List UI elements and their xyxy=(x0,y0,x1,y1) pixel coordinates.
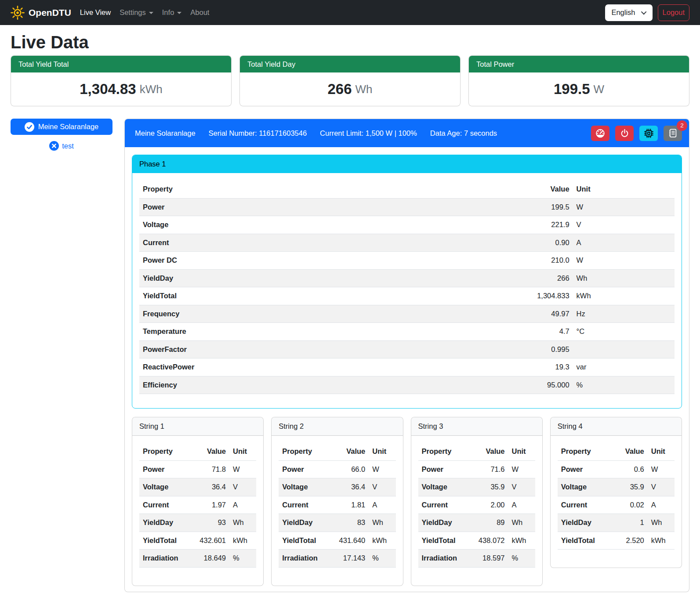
property-cell: Power xyxy=(418,460,471,478)
value-cell: 18.649 xyxy=(192,550,229,568)
unit-cell: kWh xyxy=(648,532,675,550)
property-cell: PowerFactor xyxy=(139,340,493,358)
value-cell: 1.81 xyxy=(331,496,369,514)
table-row: Frequency49.97Hz xyxy=(139,305,675,323)
nav-item-about[interactable]: About xyxy=(187,8,213,17)
card-unit: W xyxy=(594,83,605,96)
inverter-select-button[interactable]: Meine Solaranlage xyxy=(11,119,112,135)
nav-item-settings[interactable]: Settings xyxy=(116,8,157,17)
col-header-property: Property xyxy=(139,181,493,198)
page-title: Live Data xyxy=(11,32,689,53)
unit-cell: A xyxy=(648,496,675,514)
inverter-panel-header: Meine Solaranlage Serial Number: 1161716… xyxy=(125,119,689,147)
string-body: Property Value Unit Power66.0WVoltage36.… xyxy=(272,436,403,586)
value-cell: 89 xyxy=(471,514,508,532)
inverter-serial: Serial Number: 116171603546 xyxy=(209,129,307,137)
unit-cell: % xyxy=(508,550,535,568)
property-cell: YieldTotal xyxy=(279,532,331,550)
unit-cell: kWh xyxy=(369,532,395,550)
table-row: Power71.6W xyxy=(418,460,535,478)
col-header-value: Value xyxy=(331,443,369,460)
table-row: Temperature4.7°C xyxy=(139,323,675,341)
table-row: YieldTotal431.640kWh xyxy=(279,532,395,550)
unit-cell: Wh xyxy=(573,269,675,287)
check-circle-icon xyxy=(25,122,34,132)
unit-cell: W xyxy=(508,460,535,478)
table-row: Efficiency95.000% xyxy=(139,376,675,394)
col-header-unit: Unit xyxy=(648,443,675,460)
property-cell: Current xyxy=(139,496,192,514)
property-cell: Irradiation xyxy=(139,550,192,568)
table-row: Power66.0W xyxy=(279,460,395,478)
nav-item-label: Info xyxy=(162,8,174,17)
language-select[interactable]: English xyxy=(605,4,652,21)
string-table: Property Value Unit Power0.6WVoltage35.9… xyxy=(558,443,675,550)
phase-body: Property Value Unit Power199.5WVoltage22… xyxy=(132,173,682,408)
card-value-row: 266 Wh xyxy=(240,72,460,106)
property-cell: Irradiation xyxy=(279,550,331,568)
phase-card: Phase 1 Property Value Unit P xyxy=(132,155,682,409)
inverter-item-test[interactable]: test xyxy=(11,141,112,151)
col-header-property: Property xyxy=(418,443,471,460)
value-cell: 18.597 xyxy=(471,550,508,568)
limit-settings-button[interactable] xyxy=(591,126,609,141)
value-cell: 4.7 xyxy=(493,323,573,341)
property-cell: YieldDay xyxy=(139,269,493,287)
power-button[interactable] xyxy=(615,126,634,141)
table-row: PowerFactor0.995 xyxy=(139,340,675,358)
table-row: YieldTotal1,304.833kWh xyxy=(139,287,675,305)
property-cell: Power xyxy=(279,460,331,478)
property-cell: Frequency xyxy=(139,305,493,323)
inverter-actions: 2 xyxy=(591,126,682,141)
property-cell: Power xyxy=(558,460,610,478)
property-cell: Voltage xyxy=(139,216,493,234)
table-row: Current1.97A xyxy=(139,496,256,514)
logout-button[interactable]: Logout xyxy=(658,4,689,21)
nav-item-live-view[interactable]: Live View xyxy=(76,8,114,17)
property-cell: Current xyxy=(558,496,610,514)
inverter-panel: Meine Solaranlage Serial Number: 1161716… xyxy=(124,119,689,592)
unit-cell: V xyxy=(648,478,675,496)
inverter-select-label: Meine Solaranlage xyxy=(38,123,99,131)
string-table: Property Value Unit Power71.8WVoltage36.… xyxy=(139,443,256,568)
property-cell: Voltage xyxy=(139,478,192,496)
unit-cell: A xyxy=(508,496,535,514)
property-cell: YieldTotal xyxy=(418,532,471,550)
col-header-value: Value xyxy=(610,443,648,460)
value-cell: 0.6 xyxy=(610,460,648,478)
col-header-value: Value xyxy=(493,181,573,198)
value-cell: 438.072 xyxy=(471,532,508,550)
card-value-row: 199.5 W xyxy=(469,72,689,106)
table-row: YieldDay1Wh xyxy=(558,514,675,532)
unit-cell: V xyxy=(229,478,256,496)
value-cell: 35.9 xyxy=(471,478,508,496)
unit-cell: Wh xyxy=(369,514,395,532)
table-row: Power DC210.0W xyxy=(139,252,675,270)
table-row: Power199.5W xyxy=(139,198,675,216)
event-log-button[interactable]: 2 xyxy=(664,126,682,141)
brand[interactable]: OpenDTU xyxy=(11,6,71,20)
value-cell: 93 xyxy=(192,514,229,532)
chevron-down-icon xyxy=(149,12,153,14)
table-row: YieldDay93Wh xyxy=(139,514,256,532)
nav-item-info[interactable]: Info xyxy=(159,8,185,17)
gauge-icon xyxy=(595,128,605,138)
property-cell: Efficiency xyxy=(139,376,493,394)
property-cell: Current xyxy=(418,496,471,514)
string-card-1: String 1 Property Value Unit Power71.8WV… xyxy=(132,417,264,586)
unit-cell: kWh xyxy=(573,287,675,305)
power-icon xyxy=(620,129,629,138)
col-header-property: Property xyxy=(558,443,610,460)
navbar: OpenDTU Live View Settings Info About En… xyxy=(0,0,700,25)
property-cell: Voltage xyxy=(279,478,331,496)
string-table: Property Value Unit Power71.6WVoltage35.… xyxy=(418,443,535,568)
table-row: YieldDay266Wh xyxy=(139,269,675,287)
value-cell: 36.4 xyxy=(192,478,229,496)
inverter-data-age: Data Age: 7 seconds xyxy=(430,129,497,137)
property-cell: YieldTotal xyxy=(558,532,610,550)
card-value: 1,304.83 xyxy=(80,81,136,98)
card-title: Total Power xyxy=(469,56,689,72)
table-row: ReactivePower19.3var xyxy=(139,358,675,376)
device-info-button[interactable] xyxy=(639,126,658,141)
unit-cell: A xyxy=(229,496,256,514)
